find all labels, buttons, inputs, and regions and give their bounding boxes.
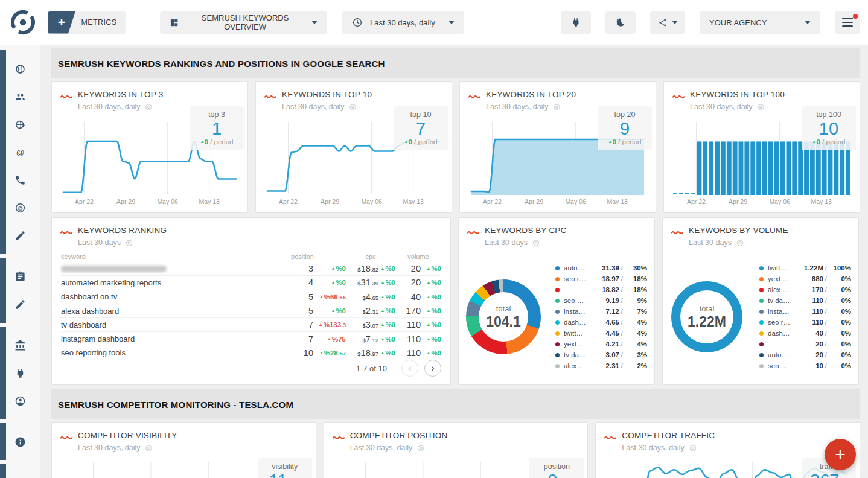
plus-icon: +: [835, 445, 846, 464]
card-subtitle: Last 30 days◎: [485, 238, 567, 247]
card-title: KEYWORDS BY CPC: [485, 226, 567, 235]
sidebar-group: [0, 331, 40, 415]
target-icon: ◎: [554, 102, 560, 111]
integrations-button[interactable]: [561, 11, 591, 34]
legend-item: dashboard ...4.65/4%: [555, 317, 647, 328]
legend-percent: 7%: [624, 308, 647, 315]
bank-icon: [14, 340, 26, 351]
dashboard-selector[interactable]: SEMRUSH KEYWORDS OVERVIEW: [160, 11, 327, 34]
target-icon: ◎: [689, 443, 696, 452]
volume-cell: 110: [395, 320, 421, 330]
x-axis-labels: Apr 22Apr 29May 06May 13: [264, 198, 443, 206]
legend-value: 4.21: [589, 340, 619, 348]
position-change: ▲%133.3: [313, 321, 346, 328]
card-subtitle: Last 30 days, daily◎: [622, 443, 715, 452]
legend-label: tv dashboard: [768, 297, 793, 304]
stat-box: top 100 10 ▲0 / period: [802, 106, 856, 150]
legend-percent: 0%: [828, 351, 851, 358]
legend-dot: [759, 320, 764, 325]
semrush-icon: [60, 433, 72, 444]
cpc-change: ▲%0: [378, 279, 395, 286]
target-icon: ◎: [145, 102, 152, 111]
pagination-prev-button[interactable]: ‹: [401, 360, 418, 377]
volume-donut-chart: total1.22M: [671, 281, 742, 352]
card-competitor-visibility: COMPETITOR VISIBILITY Last 30 days, dail…: [51, 422, 316, 478]
legend-label: dashboard o...: [768, 330, 793, 337]
agency-selector[interactable]: YOUR AGENCY: [700, 11, 820, 34]
legend-label: yext login: [564, 340, 589, 348]
legend-dot: [759, 266, 764, 270]
legend-dot: [555, 299, 560, 303]
agency-selector-label: YOUR AGENCY: [709, 18, 767, 27]
pagination-next-button[interactable]: ›: [424, 360, 441, 377]
stat-value: 367.2: [804, 471, 854, 478]
volume-change: ▲%0: [421, 349, 441, 357]
position-change: ▲%75: [313, 336, 346, 343]
theme-toggle-button[interactable]: [605, 11, 636, 34]
target-icon: ◎: [417, 443, 424, 452]
legend-dot: [759, 342, 764, 346]
legend-label: automate...: [564, 264, 589, 272]
notification-dot: [853, 14, 858, 19]
semrush-icon: [60, 228, 72, 238]
position-cell: 3: [259, 264, 313, 273]
x-tick-label: May 13: [398, 198, 429, 205]
target-icon: ◎: [532, 238, 539, 247]
legend-item: 20/0%: [759, 339, 851, 349]
sidebar-group-strip: [0, 327, 6, 419]
card-title: COMPETITOR POSITION: [350, 431, 448, 440]
card-title: KEYWORDS IN TOP 20: [486, 90, 576, 99]
legend-item: seo reporti...110/0%: [759, 317, 851, 328]
sidebar-group-strip: [0, 423, 6, 460]
total-value: 104.1: [486, 314, 521, 330]
legend-percent: 0%: [828, 362, 851, 369]
section-title: SEMRUSH KEYWORDS RANKINGS AND POSITIONS …: [58, 59, 385, 69]
legend-item: yext login4.21/4%: [555, 339, 647, 349]
volume-cell: 20: [395, 264, 421, 273]
stat-cards-row: KEYWORDS IN TOP 3 Last 30 days, daily◎ A…: [51, 81, 860, 213]
section-header-keywords: SEMRUSH KEYWORDS RANKINGS AND POSITIONS …: [51, 48, 860, 78]
x-tick-label: Apr 22: [272, 198, 304, 205]
keyword-cell: seo reporting tools: [61, 348, 259, 357]
legend-item: seo client ...9.19/9%: [555, 295, 647, 306]
legend-value: 18.97: [589, 275, 619, 282]
moon-sun-icon: [615, 17, 626, 28]
target-icon: ◎: [145, 443, 152, 452]
x-tick-label: May 13: [806, 198, 837, 205]
stat-box: visibility 11.78: [258, 458, 312, 478]
keyword-cell: automated marketing reports: [61, 278, 259, 287]
legend-value: 110: [793, 319, 823, 326]
main-content: SEMRUSH KEYWORDS RANKINGS AND POSITIONS …: [40, 45, 868, 478]
x-tick-label: May 06: [560, 198, 592, 205]
stat-delta: ▲0 / period: [600, 138, 649, 145]
main-menu-button[interactable]: [835, 11, 860, 34]
x-tick-label: Apr 29: [723, 198, 754, 205]
add-metrics-button[interactable]: + METRICS: [48, 11, 126, 34]
legend-percent: 0%: [828, 297, 851, 304]
chevron-down-icon: [672, 21, 678, 24]
add-widget-fab[interactable]: +: [825, 439, 856, 470]
legend-value: 9.19: [589, 297, 619, 304]
dashboard-selector-label: SEMRUSH KEYWORDS OVERVIEW: [186, 13, 304, 31]
legend-item: automate...31.39/30%: [555, 263, 647, 273]
x-tick-label: May 06: [356, 198, 388, 205]
legend-value: 7.12: [589, 308, 619, 315]
time-range-selector[interactable]: Last 30 days, daily: [342, 11, 464, 34]
semrush-icon: [672, 92, 685, 103]
legend-dot: [555, 331, 560, 336]
section-header-competitors: SEMRUSH COMPETITOR MONITORING - TESLA.CO…: [51, 389, 860, 419]
x-tick-label: May 13: [602, 198, 633, 205]
card-subtitle: Last 30 days, daily◎: [486, 102, 576, 111]
legend-item: alexa dash...2.31/2%: [555, 360, 647, 371]
share-button[interactable]: [650, 11, 685, 34]
clipboard-icon: [14, 271, 26, 282]
semrush-icon: [467, 228, 479, 238]
card-competitor-position: COMPETITOR POSITION Last 30 days, daily◎…: [324, 422, 589, 478]
card-subtitle: Last 30 days, daily◎: [78, 102, 163, 111]
stat-value: 10: [804, 119, 854, 138]
legend-percent: 0%: [828, 319, 851, 326]
card-title: KEYWORDS IN TOP 100: [690, 90, 785, 99]
detail-cards-row: KEYWORDS RANKING Last 30 days◎ keyword p…: [51, 217, 860, 385]
x-tick-label: Apr 29: [519, 198, 550, 205]
stat-value: 1: [192, 119, 241, 138]
